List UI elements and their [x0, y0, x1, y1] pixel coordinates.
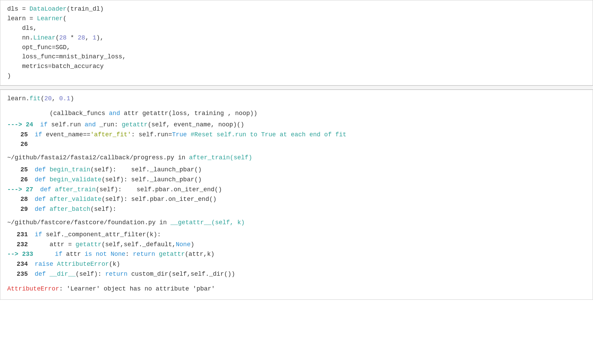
code-cell-1: dls = DataLoader(train_dl) learn = Learn… — [0, 0, 593, 86]
line-num-231: 231 — [7, 230, 28, 240]
line-num-s2-28: 28 — [7, 194, 28, 204]
filepath-section-2: ~/github/fastcore/fastcore/foundation.py… — [0, 215, 593, 229]
arrow-24: ---> 24 — [7, 120, 33, 130]
traceback-line-s2-28: 28 def after_validate(self): self.pbar.o… — [7, 194, 586, 204]
code-block-1: dls = DataLoader(train_dl) learn = Learn… — [7, 4, 586, 81]
code-cell-1-input[interactable]: dls = DataLoader(train_dl) learn = Learn… — [0, 0, 593, 85]
notebook-container: dls = DataLoader(train_dl) learn = Learn… — [0, 0, 593, 364]
line-num-25: 25 — [7, 130, 28, 140]
traceback-truncated: (callback_funcs and attr getattr(loss, t… — [0, 108, 593, 119]
code-235: def __dir__(self): return custom_dir(sel… — [35, 269, 235, 279]
traceback-line-s2-26: 26 def begin_validate(self): self._launc… — [7, 175, 586, 185]
traceback-line-234: 234 raise AttributeError(k) — [7, 259, 586, 269]
traceback-line-232: 232 attr = getattr(self,self._default,No… — [7, 240, 586, 250]
error-message-section: AttributeError: 'Learner' object has no … — [0, 280, 593, 299]
code-s2-28: def after_validate(self): self.pbar.on_i… — [35, 194, 216, 204]
truncated-text: (callback_funcs and attr getattr(loss, t… — [35, 109, 257, 118]
traceback-section-3: 231 if self._component_attr_filter(k): 2… — [0, 229, 593, 280]
line-num-26: 26 — [7, 139, 28, 149]
traceback-line-25: 25 if event_name=='after_fit': self.run=… — [7, 130, 586, 140]
traceback-section-1: ---> 24 if self.run and _run: getattr(se… — [0, 119, 593, 150]
error-message-body: : 'Learner' object has no attribute 'pba… — [59, 285, 215, 292]
code-s2-26: def begin_validate(self): self._launch_p… — [35, 175, 202, 185]
code-cell-2: learn.fit(20, 0.1) (callback_funcs and a… — [0, 90, 593, 299]
code-25: if event_name=='after_fit': self.run=Tru… — [35, 130, 346, 140]
line-num-232: 232 — [7, 240, 28, 250]
code-cell-2-input[interactable]: learn.fit(20, 0.1) — [0, 90, 593, 108]
code-233: if attr is not None: return getattr(attr… — [40, 249, 215, 259]
code-232: attr = getattr(self,self._default,None) — [35, 240, 194, 250]
filepath-2: ~/github/fastcore/fastcore/foundation.py… — [7, 216, 586, 228]
traceback-section-2: 25 def begin_train(self): self._launch_p… — [0, 164, 593, 215]
traceback-line-233-arrow: --> 233 if attr is not None: return geta… — [7, 249, 586, 259]
code-s2-27: def after_train(self): self.pbar.on_iter… — [40, 185, 222, 195]
arrow-233: --> 233 — [7, 249, 33, 259]
traceback-line-26: 26 — [7, 139, 586, 149]
code-block-2: learn.fit(20, 0.1) — [7, 94, 586, 104]
code-24: if self.run and _run: getattr(self, even… — [40, 120, 244, 130]
filepath-1-func: after_train(self) — [189, 154, 252, 161]
arrow-27: ---> 27 — [7, 185, 33, 195]
filepath-section-1: ~/github/fastai2/fastai2/callback/progre… — [0, 150, 593, 164]
traceback-line-24-arrow: ---> 24 if self.run and _run: getattr(se… — [7, 120, 586, 130]
code-234: raise AttributeError(k) — [35, 259, 120, 269]
filepath-1: ~/github/fastai2/fastai2/callback/progre… — [7, 151, 586, 163]
error-message-text: AttributeError — [7, 285, 59, 292]
line-num-235: 235 — [7, 269, 28, 279]
filepath-2-func: __getattr__(self, k) — [170, 219, 245, 226]
traceback-output: (callback_funcs and attr getattr(loss, t… — [0, 108, 593, 299]
traceback-truncated-line: (callback_funcs and attr getattr(loss, t… — [7, 109, 586, 118]
line-num-s2-29: 29 — [7, 204, 28, 214]
traceback-line-s2-27-arrow: ---> 27 def after_train(self): self.pbar… — [7, 185, 586, 195]
line-num-234: 234 — [7, 259, 28, 269]
cell-separator — [0, 86, 593, 90]
filepath-1-path: ~/github/fastai2/fastai2/callback/progre… — [7, 154, 189, 161]
traceback-line-231: 231 if self._component_attr_filter(k): — [7, 230, 586, 240]
code-231: if self._component_attr_filter(k): — [35, 230, 161, 240]
code-s2-29: def after_batch(self): — [35, 204, 116, 214]
traceback-line-s2-25: 25 def begin_train(self): self._launch_p… — [7, 165, 586, 175]
line-num-s2-26: 26 — [7, 175, 28, 185]
traceback-line-s2-29: 29 def after_batch(self): — [7, 204, 586, 214]
filepath-2-path: ~/github/fastcore/fastcore/foundation.py… — [7, 219, 170, 226]
code-s2-25: def begin_train(self): self._launch_pbar… — [35, 165, 202, 175]
traceback-line-235: 235 def __dir__(self): return custom_dir… — [7, 269, 586, 279]
line-num-s2-25: 25 — [7, 165, 28, 175]
